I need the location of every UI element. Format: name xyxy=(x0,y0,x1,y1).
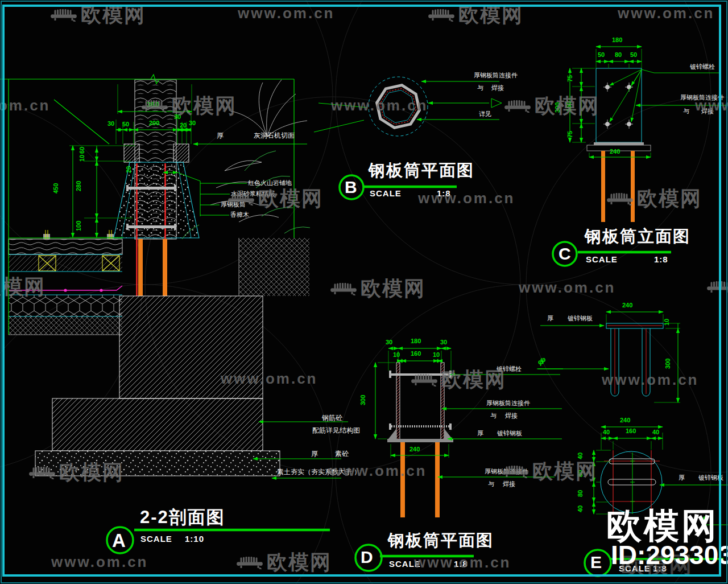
label-rebar-note: 配筋详见结构图 xyxy=(312,426,360,435)
eb-dim-40c: 40 xyxy=(577,453,584,459)
bubble-a: A xyxy=(112,530,126,552)
dim-50: 50 xyxy=(122,121,129,128)
scale-value-a: 1:10 xyxy=(185,534,204,544)
scale-value-d: 1:8 xyxy=(454,559,468,569)
d-dim-10a: 10 xyxy=(393,351,400,358)
label-reinforced-concrete: 钢筋砼 xyxy=(322,413,342,423)
model-id: ID:2933034 xyxy=(611,540,728,570)
scale-value-c: 1:8 xyxy=(654,254,668,264)
dim-30c: 30 xyxy=(189,120,196,126)
label-camphor-wood: 香樟木 xyxy=(230,211,249,219)
c-label-connector: 厚钢板筒连接件 xyxy=(680,93,724,102)
d-dim-160: 160 xyxy=(411,350,421,357)
eb-dim-80b: 80 xyxy=(577,490,584,497)
bubble-b: B xyxy=(345,178,357,197)
c-dim-50a: 50 xyxy=(598,51,605,58)
label-steel-cylinder: 厚钢板筒 xyxy=(221,200,246,209)
title-a: 2-2剖面图 xyxy=(140,505,225,529)
dim-30a: 30 xyxy=(107,120,114,127)
d-label-weld-2: 焊接 xyxy=(503,480,515,488)
et-dim-10: 10 xyxy=(663,319,670,326)
et-label-phi: φ xyxy=(540,355,545,364)
eb-dim-40a: 40 xyxy=(603,429,610,435)
dim-450: 450 xyxy=(52,183,59,194)
et-dim-300: 300 xyxy=(664,359,671,369)
d-dim-30b: 30 xyxy=(440,339,447,346)
et-dim-240: 240 xyxy=(622,302,632,309)
section-a xyxy=(0,75,348,478)
scale-value-b: 1:8 xyxy=(437,188,451,198)
c-dim-50b: 50 xyxy=(630,51,637,58)
c-label-weld: 焊接 xyxy=(701,107,714,116)
bubble-d: D xyxy=(361,548,373,567)
title-c: 钢板筒立面图 xyxy=(585,225,690,248)
c-label-bolt: 镀锌螺栓 xyxy=(690,63,715,71)
scale-label-d: SCALE xyxy=(389,559,421,569)
et-label-thickness: 厚 xyxy=(547,314,553,323)
label-compacted-soil: 素土夯实（夯实系数大于 ） xyxy=(277,467,361,477)
dim-280: 280 xyxy=(75,181,82,191)
title-d: 钢板筒平面图 xyxy=(388,529,494,552)
detail-d xyxy=(375,348,563,517)
bubble-c: C xyxy=(559,244,571,264)
c-dim-80: 80 xyxy=(615,51,622,58)
d-label-thickness: 厚 xyxy=(477,429,483,438)
b-label-weld: 焊接 xyxy=(491,84,504,92)
dim-10: 10 xyxy=(78,155,85,162)
dim-20a: 20 xyxy=(180,122,187,129)
d-label-connector: 厚钢板筒连接件 xyxy=(486,399,530,408)
b-label-connector: 厚钢板筒连接件 xyxy=(474,71,518,80)
dim-360: 360 xyxy=(147,100,159,109)
d-dim-300: 300 xyxy=(359,395,366,405)
label-mortar: 水泥砂浆粘结层 xyxy=(231,190,275,198)
eb-dim-160: 160 xyxy=(626,427,636,434)
label-thickness: 厚 xyxy=(217,131,224,141)
label-lava-rock: 红色火山岩铺地 xyxy=(248,179,292,187)
d-dim-180: 180 xyxy=(411,338,421,344)
c-dim-300: 300 xyxy=(554,102,561,113)
c-dim-150: 150 xyxy=(565,101,572,112)
detail-e-elevation xyxy=(538,312,680,402)
c-dim-75a: 75 xyxy=(566,75,573,82)
detail-b xyxy=(314,77,502,136)
d-label-with: 与 xyxy=(490,412,497,420)
dim-20b: 20 xyxy=(125,166,132,173)
scale-label-c: SCALE xyxy=(586,254,618,264)
et-label-plate: 镀锌钢板 xyxy=(568,314,593,323)
scale-label-b: SCALE xyxy=(370,188,402,198)
d-dim-240: 240 xyxy=(410,446,420,453)
c-dim-240: 240 xyxy=(610,148,620,155)
d-label-weld: 焊接 xyxy=(505,412,518,420)
dim-30b: 30 xyxy=(174,113,181,120)
eb-dim-40b: 40 xyxy=(652,429,659,435)
d-label-connector-2: 厚钢板筒连接件 xyxy=(485,467,528,476)
dim-200: 200 xyxy=(149,120,159,126)
eb-dim-240: 240 xyxy=(620,417,630,423)
scale-label-a: SCALE xyxy=(140,534,172,544)
d-label-bolt: 镀锌螺栓 xyxy=(497,365,522,373)
label-travertine: 灰洞石机切面 xyxy=(254,131,295,141)
eb-label-thickness: 厚 xyxy=(679,474,685,482)
eb-dim-40d: 40 xyxy=(577,505,584,512)
d-label-plate: 镀锌钢板 xyxy=(497,429,522,438)
b-label-with: 与 xyxy=(477,84,483,92)
bubble-e: E xyxy=(590,553,602,572)
dim-100: 100 xyxy=(75,221,82,231)
eb-dim-80a: 80 xyxy=(577,470,584,477)
dim-60: 60 xyxy=(78,147,85,154)
d-dim-10b: 10 xyxy=(433,351,440,358)
c-dim-75b: 75 xyxy=(566,131,573,138)
b-label-see-detail: 详见 xyxy=(479,110,491,118)
cad-canvas: 360 30 50 200 30 20 30 60 10 450 280 100… xyxy=(0,0,728,584)
d-dim-30a: 30 xyxy=(386,339,392,346)
detail-c xyxy=(570,47,728,222)
eb-label-plate: 镀锌钢板 xyxy=(698,474,723,482)
d-label-with-2: 与 xyxy=(488,480,494,488)
label-plain-concrete: 素砼 xyxy=(335,449,349,459)
c-label-with: 与 xyxy=(683,107,689,116)
label-thickness-2: 厚 xyxy=(311,449,318,459)
title-b: 钢板筒平面图 xyxy=(369,159,474,182)
cad-linework xyxy=(0,0,728,584)
c-dim-180: 180 xyxy=(612,36,622,43)
